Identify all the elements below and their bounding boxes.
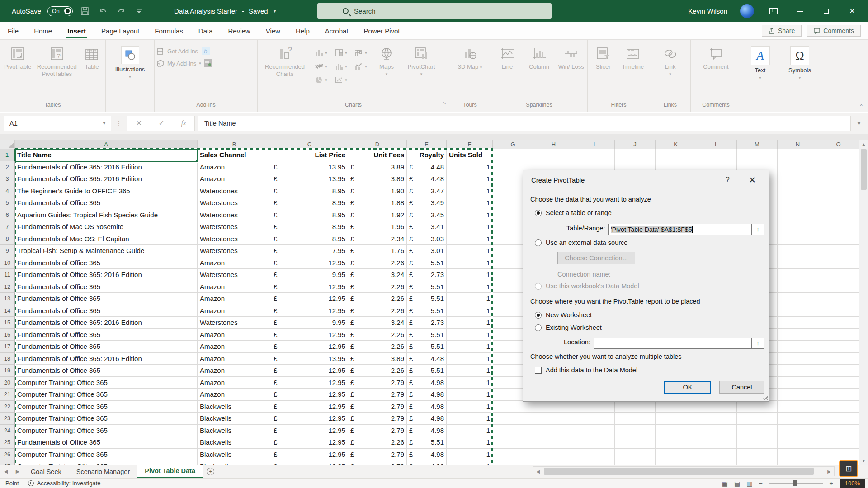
dialog-help-icon[interactable]: ? [726, 176, 730, 184]
cell[interactable]: Computer Training: Office 365 [15, 401, 198, 413]
cell[interactable] [574, 149, 615, 161]
dialog-close-icon[interactable]: ✕ [749, 175, 756, 185]
cell[interactable]: Amazon [198, 365, 271, 377]
confirm-entry-icon[interactable]: ✓ [159, 119, 165, 127]
cell[interactable] [656, 425, 696, 437]
cell[interactable] [778, 233, 818, 245]
cell[interactable] [778, 389, 818, 401]
ribbon-tab-view[interactable]: View [258, 22, 288, 39]
cell[interactable]: £4.98 [407, 460, 447, 465]
ribbon-tab-acrobat[interactable]: Acrobat [317, 22, 356, 39]
share-button[interactable]: Share [762, 25, 802, 37]
cell[interactable] [778, 149, 818, 161]
row-header-23[interactable]: 23 [0, 413, 15, 425]
row-header-10[interactable]: 10 [0, 257, 15, 269]
cell[interactable] [778, 293, 818, 305]
comment-button[interactable]: Comment [698, 43, 735, 70]
cell[interactable]: £12.95 [271, 436, 348, 449]
sparkline-column-button[interactable]: Column [523, 43, 556, 70]
cell[interactable] [533, 401, 574, 413]
cell[interactable] [778, 353, 818, 365]
row-header-11[interactable]: 11 [0, 269, 15, 281]
sheet-tab-pivot-table-data[interactable]: Pivot Table Data [137, 465, 203, 478]
cell[interactable]: 1 [447, 173, 493, 185]
cell[interactable] [696, 149, 737, 161]
cell[interactable]: £12.95 [271, 401, 348, 413]
vertical-scrollbar[interactable]: ▲ ▼ [859, 140, 868, 465]
cell[interactable]: Amazon [198, 305, 271, 317]
redo-icon[interactable] [115, 7, 127, 15]
cell[interactable]: £8.95 [271, 197, 348, 209]
cell[interactable]: Fundamentals of Office 365 [15, 293, 198, 305]
cell[interactable]: Fundamentals of Office 365 [15, 341, 198, 353]
cell[interactable]: £3.24 [348, 317, 407, 329]
radio-existing-worksheet[interactable]: Existing Worksheet [535, 324, 602, 331]
cell[interactable]: £12.95 [271, 377, 348, 389]
cell[interactable]: Waterstones [198, 245, 271, 257]
ribbon-tab-page-layout[interactable]: Page Layout [94, 22, 147, 39]
cell[interactable] [615, 449, 656, 461]
fill-handle[interactable] [196, 160, 199, 163]
cell[interactable]: Waterstones [198, 209, 271, 221]
cell[interactable]: 1 [447, 365, 493, 377]
column-header-d[interactable]: D [348, 140, 407, 149]
insert-hierarchy-chart-button[interactable]: ▾ [331, 46, 351, 60]
minimize-icon[interactable] [793, 5, 807, 18]
column-header-i[interactable]: I [574, 140, 615, 149]
cell[interactable]: £5.51 [407, 329, 447, 341]
cell[interactable]: £12.95 [271, 293, 348, 305]
cell[interactable]: £2.26 [348, 436, 407, 449]
cell[interactable] [778, 401, 818, 413]
scroll-up-icon[interactable]: ▲ [859, 140, 868, 148]
cell[interactable]: £12.95 [271, 413, 348, 425]
cell[interactable] [615, 460, 656, 465]
cell[interactable] [818, 149, 859, 161]
row-header-17[interactable]: 17 [0, 341, 15, 353]
row-header-21[interactable]: 21 [0, 389, 15, 401]
cell[interactable]: £13.95 [271, 161, 348, 174]
cell[interactable]: 1 [447, 257, 493, 269]
cell[interactable]: £12.95 [271, 329, 348, 341]
cell[interactable]: Fundamentals of Office 365: 2016 Edition [15, 173, 198, 185]
recommended-pivottables-button[interactable]: ? Recommended PivotTables [34, 43, 79, 78]
cell[interactable] [737, 149, 778, 161]
cell[interactable]: £2.26 [348, 281, 407, 293]
dialog-resize-grip[interactable] [761, 394, 768, 400]
cell[interactable]: 1 [447, 389, 493, 401]
cell[interactable] [818, 436, 859, 449]
cell[interactable] [574, 425, 615, 437]
pivotchart-button[interactable]: PivotChart ▾ [402, 43, 440, 76]
cell[interactable]: List Price [271, 149, 348, 161]
vertical-scroll-thumb[interactable] [861, 149, 867, 190]
cell[interactable]: Computer Training: Office 365 [15, 449, 198, 461]
row-header-3[interactable]: 3 [0, 173, 15, 185]
cell[interactable] [818, 293, 859, 305]
cell[interactable] [778, 305, 818, 317]
cell[interactable] [778, 460, 818, 465]
cell[interactable]: £9.95 [271, 269, 348, 281]
text-button[interactable]: A Text ▾ [746, 43, 775, 80]
cell[interactable] [533, 149, 574, 161]
cell[interactable] [493, 436, 533, 449]
cell[interactable]: 1 [447, 329, 493, 341]
cell[interactable] [818, 257, 859, 269]
collapse-ribbon-icon[interactable]: ⌃ [859, 103, 863, 110]
cell[interactable] [818, 233, 859, 245]
cell[interactable]: £2.26 [348, 329, 407, 341]
new-sheet-button[interactable]: + [203, 465, 218, 478]
cell[interactable] [493, 413, 533, 425]
cell[interactable] [493, 449, 533, 461]
cell[interactable] [656, 149, 696, 161]
cell[interactable]: £2.79 [348, 413, 407, 425]
sheet-nav-left-icon[interactable]: ◀ [0, 465, 12, 478]
cell[interactable] [778, 436, 818, 449]
cell[interactable]: 1 [447, 341, 493, 353]
cell[interactable]: Computer Training: Office 365 [15, 413, 198, 425]
cell[interactable]: £1.96 [348, 221, 407, 233]
cell[interactable]: Fundamentals of Mac OS Yosemite [15, 221, 198, 233]
cell[interactable] [656, 436, 696, 449]
cell[interactable]: £2.79 [348, 460, 407, 465]
row-header-20[interactable]: 20 [0, 377, 15, 389]
ribbon-display-options-icon[interactable] [767, 5, 780, 18]
cell[interactable]: Amazon [198, 377, 271, 389]
